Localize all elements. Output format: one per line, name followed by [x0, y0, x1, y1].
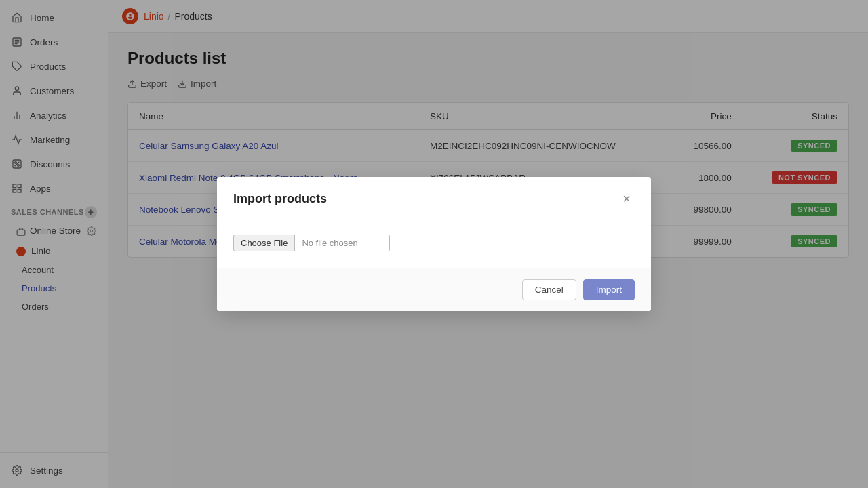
dialog-footer: Cancel Import: [217, 268, 651, 311]
file-input-wrapper: Choose File No file chosen: [233, 235, 635, 251]
dialog-title: Import products: [233, 192, 327, 206]
cancel-button[interactable]: Cancel: [522, 279, 576, 300]
file-name-display: No file chosen: [295, 235, 390, 251]
import-submit-button[interactable]: Import: [583, 279, 635, 300]
choose-file-button[interactable]: Choose File: [233, 235, 295, 251]
import-dialog: Import products × Choose File No file ch…: [217, 177, 651, 311]
modal-overlay[interactable]: Import products × Choose File No file ch…: [0, 0, 868, 488]
dialog-close-button[interactable]: ×: [618, 190, 635, 207]
dialog-body: Choose File No file chosen: [217, 218, 651, 268]
dialog-header: Import products ×: [217, 177, 651, 218]
